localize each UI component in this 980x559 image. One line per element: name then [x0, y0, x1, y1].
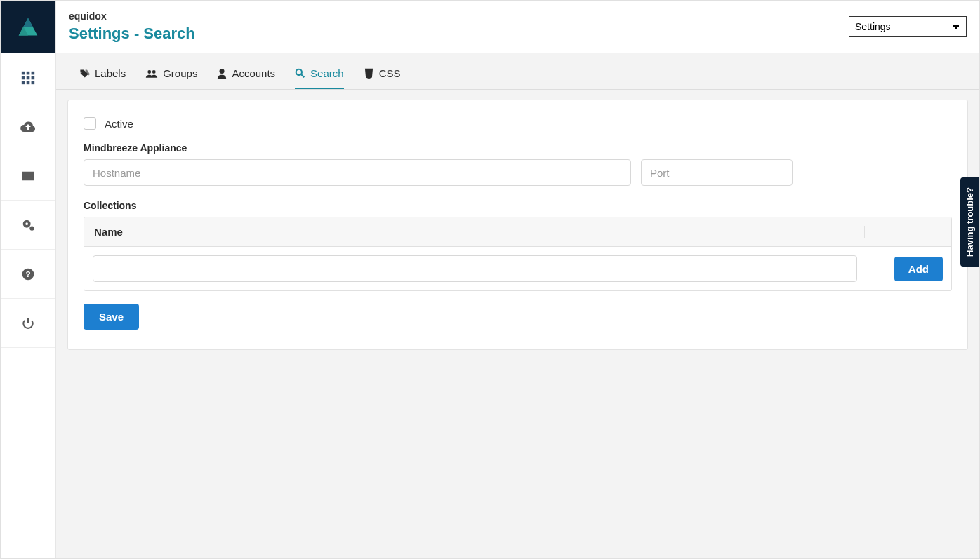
tab-groups[interactable]: Groups: [145, 67, 197, 89]
svg-rect-5: [32, 71, 35, 74]
logo[interactable]: [1, 1, 55, 53]
active-label: Active: [105, 118, 133, 130]
help-icon: ?: [21, 267, 35, 281]
svg-rect-9: [22, 81, 25, 84]
cloud-upload-icon: [20, 120, 37, 134]
table-header-name: Name: [94, 226, 864, 238]
css-icon: [364, 68, 374, 79]
sidebar: ?: [1, 1, 56, 558]
svg-rect-11: [32, 81, 35, 84]
svg-point-19: [147, 70, 151, 74]
hostname-input[interactable]: [84, 159, 631, 186]
collections-table: Name Add: [84, 217, 952, 291]
tab-label: CSS: [379, 67, 401, 79]
svg-point-20: [152, 70, 156, 74]
page-title: Settings - Search: [69, 25, 195, 43]
gears-icon: [20, 217, 36, 233]
svg-point-22: [296, 69, 302, 75]
svg-point-21: [220, 69, 225, 74]
sidebar-item-grid[interactable]: [1, 53, 55, 102]
svg-line-23: [301, 74, 304, 77]
sidebar-item-upload[interactable]: [1, 102, 55, 151]
tabs: Labels Groups Accounts Search CSS: [56, 53, 979, 90]
svg-rect-7: [27, 76, 30, 79]
tab-search[interactable]: Search: [295, 67, 344, 89]
tab-css[interactable]: CSS: [364, 67, 401, 89]
help-tab[interactable]: Having trouble?: [960, 177, 979, 267]
newspaper-icon: [20, 170, 36, 182]
sidebar-item-help[interactable]: ?: [1, 250, 55, 299]
table-header-action: [864, 226, 941, 238]
tab-accounts[interactable]: Accounts: [217, 67, 275, 89]
header: equidox Settings - Search Settings: [56, 1, 979, 53]
users-icon: [145, 69, 158, 79]
grid-icon: [20, 70, 36, 86]
svg-rect-8: [32, 76, 35, 79]
svg-rect-4: [27, 71, 30, 74]
main-area: equidox Settings - Search Settings Label…: [56, 1, 979, 558]
settings-panel: Active Mindbreeze Appliance Collections …: [67, 100, 968, 350]
power-icon: [21, 316, 35, 330]
svg-text:?: ?: [25, 269, 30, 278]
appliance-label: Mindbreeze Appliance: [84, 142, 952, 154]
tab-label: Accounts: [232, 67, 275, 79]
svg-point-16: [29, 226, 34, 230]
user-icon: [217, 68, 227, 79]
app-name: equidox: [69, 11, 195, 22]
svg-rect-10: [27, 81, 30, 84]
svg-rect-3: [22, 71, 25, 74]
tab-labels[interactable]: Labels: [79, 67, 126, 89]
svg-rect-6: [22, 76, 25, 79]
logo-icon: [15, 14, 41, 41]
table-row: Add: [84, 247, 951, 290]
port-input[interactable]: [641, 159, 793, 186]
tags-icon: [79, 69, 90, 79]
svg-rect-14: [23, 177, 33, 177]
svg-marker-1: [23, 18, 32, 26]
save-button[interactable]: Save: [84, 304, 139, 330]
svg-rect-15: [23, 173, 33, 174]
sidebar-item-settings[interactable]: [1, 201, 55, 250]
sidebar-item-power[interactable]: [1, 299, 55, 348]
tab-label: Labels: [95, 67, 126, 79]
search-icon: [295, 68, 305, 79]
sidebar-item-news[interactable]: [1, 151, 55, 201]
add-button[interactable]: Add: [894, 257, 943, 281]
settings-dropdown[interactable]: Settings: [849, 16, 967, 37]
tab-label: Search: [310, 67, 344, 79]
collections-label: Collections: [84, 200, 952, 211]
svg-rect-13: [23, 175, 28, 177]
active-checkbox[interactable]: [84, 117, 96, 130]
collection-name-input[interactable]: [93, 255, 857, 282]
tab-label: Groups: [163, 67, 197, 79]
